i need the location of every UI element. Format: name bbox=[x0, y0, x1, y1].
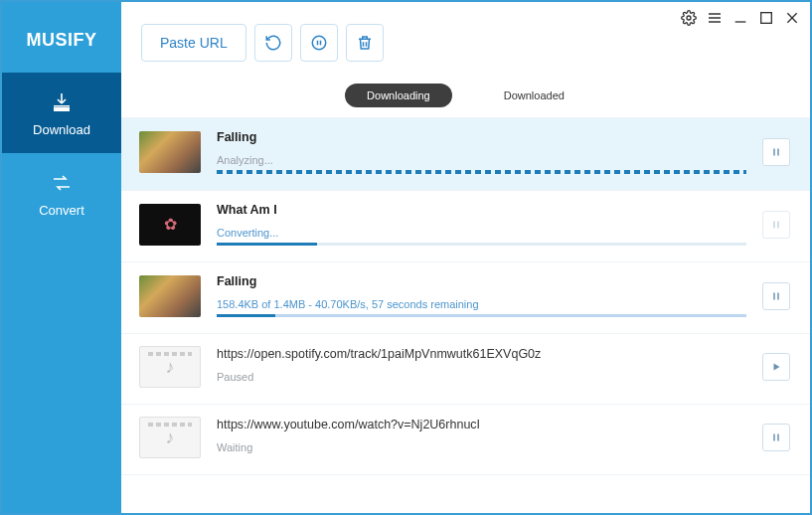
settings-icon[interactable] bbox=[679, 8, 699, 32]
pause-button[interactable] bbox=[762, 138, 790, 166]
svg-rect-2 bbox=[761, 13, 772, 24]
item-info: What Am I Converting... bbox=[217, 203, 746, 246]
retry-icon bbox=[264, 34, 282, 52]
item-title: https://www.youtube.com/watch?v=Nj2U6rhn… bbox=[217, 418, 746, 431]
convert-icon bbox=[50, 171, 74, 195]
thumbnail: ♪ bbox=[139, 346, 201, 388]
minimize-icon[interactable] bbox=[731, 8, 750, 32]
svg-point-3 bbox=[312, 36, 326, 50]
tab-downloaded[interactable]: Downloaded bbox=[482, 84, 586, 107]
svg-point-1 bbox=[687, 16, 691, 20]
pause-icon bbox=[770, 290, 782, 302]
item-status: Paused bbox=[217, 371, 746, 383]
paste-url-button[interactable]: Paste URL bbox=[141, 24, 246, 62]
list-item: What Am I Converting... bbox=[121, 191, 810, 262]
item-title: What Am I bbox=[217, 203, 746, 217]
nav: Download Convert bbox=[2, 73, 121, 234]
pause-icon bbox=[770, 431, 782, 443]
tab-downloading[interactable]: Downloading bbox=[345, 84, 452, 107]
pause-button[interactable] bbox=[762, 424, 790, 451]
titlebar bbox=[679, 8, 802, 32]
download-list: Falling Analyzing... What Am I Convertin… bbox=[121, 118, 810, 513]
item-status: 158.4KB of 1.4MB - 40.70KB/s, 57 seconds… bbox=[217, 298, 746, 310]
item-status: Converting... bbox=[217, 227, 746, 239]
pause-button[interactable] bbox=[762, 211, 790, 239]
tabs: Downloading Downloaded bbox=[121, 78, 810, 118]
resume-button[interactable] bbox=[762, 353, 790, 381]
nav-convert-label: Convert bbox=[39, 203, 84, 218]
pause-button[interactable] bbox=[762, 282, 790, 310]
pause-circle-icon bbox=[310, 34, 328, 52]
nav-convert[interactable]: Convert bbox=[2, 153, 121, 234]
list-item: Falling 158.4KB of 1.4MB - 40.70KB/s, 57… bbox=[121, 262, 810, 334]
item-title: Falling bbox=[217, 274, 746, 288]
maximize-icon[interactable] bbox=[756, 8, 776, 32]
app-logo: MUSIFY bbox=[2, 2, 121, 73]
menu-icon[interactable] bbox=[705, 8, 725, 32]
item-info: https://open.spotify.com/track/1paiMpVnm… bbox=[217, 347, 746, 387]
main: Paste URL Downloading Downloaded Falling… bbox=[121, 2, 810, 513]
sidebar: MUSIFY Download Convert bbox=[2, 2, 121, 513]
item-status: Waiting bbox=[217, 441, 746, 453]
pause-all-button[interactable] bbox=[300, 24, 338, 62]
list-item: ♪ https://open.spotify.com/track/1paiMpV… bbox=[121, 334, 810, 405]
nav-download[interactable]: Download bbox=[2, 73, 121, 153]
trash-icon bbox=[356, 34, 374, 52]
svg-rect-0 bbox=[54, 105, 70, 107]
item-info: https://www.youtube.com/watch?v=Nj2U6rhn… bbox=[217, 418, 746, 457]
thumbnail bbox=[139, 131, 201, 173]
item-info: Falling Analyzing... bbox=[217, 130, 746, 174]
thumbnail: ♪ bbox=[139, 417, 201, 458]
nav-download-label: Download bbox=[33, 122, 90, 137]
play-icon bbox=[770, 361, 782, 373]
delete-button[interactable] bbox=[346, 24, 384, 62]
list-item: ♪ https://www.youtube.com/watch?v=Nj2U6r… bbox=[121, 405, 810, 475]
list-item: Falling Analyzing... bbox=[121, 118, 810, 191]
thumbnail bbox=[139, 204, 201, 246]
pause-icon bbox=[770, 219, 782, 231]
thumbnail bbox=[139, 275, 201, 317]
progress-bar bbox=[217, 243, 746, 246]
item-info: Falling 158.4KB of 1.4MB - 40.70KB/s, 57… bbox=[217, 274, 746, 317]
item-title: Falling bbox=[217, 130, 746, 144]
retry-button[interactable] bbox=[254, 24, 292, 62]
download-icon bbox=[50, 90, 74, 114]
pause-icon bbox=[770, 146, 782, 158]
progress-bar bbox=[217, 170, 746, 174]
progress-bar bbox=[217, 314, 746, 317]
item-status: Analyzing... bbox=[217, 154, 746, 166]
item-title: https://open.spotify.com/track/1paiMpVnm… bbox=[217, 347, 746, 361]
close-icon[interactable] bbox=[782, 8, 802, 32]
